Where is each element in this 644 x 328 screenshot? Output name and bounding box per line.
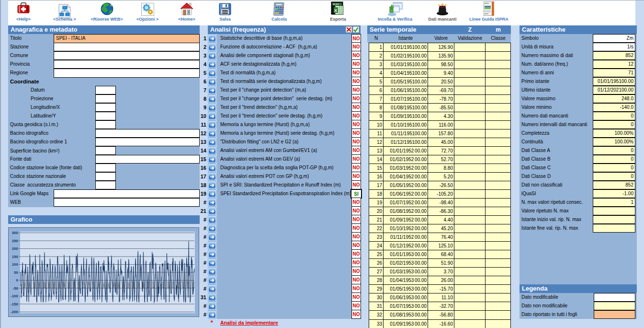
svg-text:50: 50 [14,270,18,275]
svg-text:-150: -150 [11,302,19,306]
svg-text:XLSX: XLSX [333,3,339,6]
svg-text:-50: -50 [12,286,18,291]
svg-text:X: X [334,8,337,13]
svg-text:250: 250 [12,239,19,243]
svg-text:0: 0 [16,278,19,282]
svg-text:300: 300 [12,231,19,235]
svg-text:-100: -100 [11,294,19,298]
svg-text:100: 100 [12,262,19,267]
svg-text:150: 150 [12,255,19,259]
svg-text:200: 200 [12,246,19,251]
svg-text:-200: -200 [11,310,19,314]
